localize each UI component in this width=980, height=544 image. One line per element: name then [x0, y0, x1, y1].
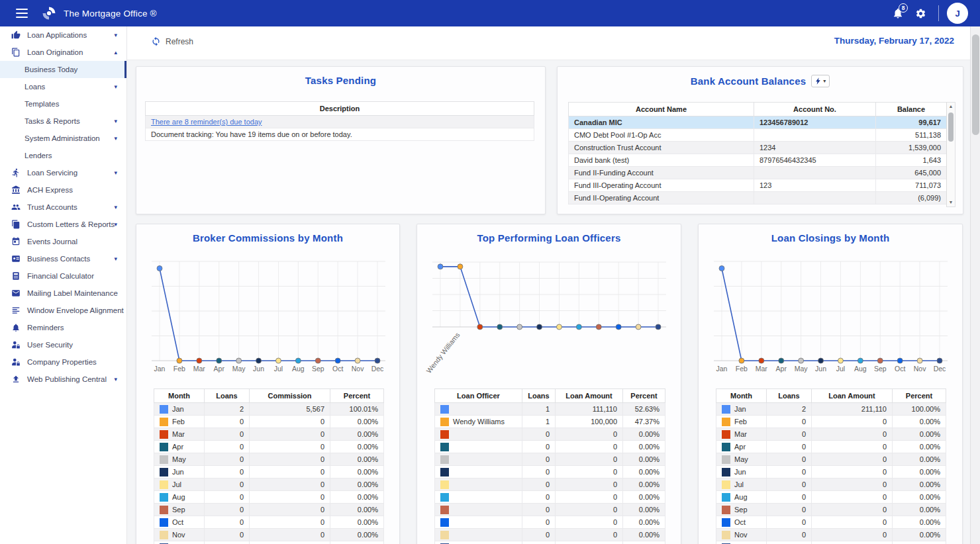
- scroll-down-arrow[interactable]: ▼: [947, 199, 955, 206]
- table-cell: 87976546432345: [754, 154, 876, 167]
- sidebar-item-events-journal[interactable]: Events Journal: [0, 233, 126, 250]
- table-cell: 2: [205, 403, 250, 416]
- user-avatar[interactable]: J: [947, 3, 968, 24]
- bank-account-row[interactable]: David bank (test)879765464323451,643: [569, 154, 947, 167]
- sidebar-item-label: Loan Servicing: [27, 169, 77, 177]
- table-row: Sep000.00%: [716, 504, 946, 516]
- bank-account-row[interactable]: Fund III-Operating Account123711,073: [569, 179, 947, 192]
- sidebar-item-ach-express[interactable]: ACH Express: [0, 181, 126, 199]
- column-header: Percent: [623, 389, 665, 403]
- bank-account-row[interactable]: Canadian MIC12345678901299,617: [569, 116, 947, 129]
- sidebar-item-tasks-reports[interactable]: Tasks & Reports▾: [0, 113, 126, 130]
- sidebar-item-loan-origination[interactable]: Loan Origination▴: [0, 44, 126, 61]
- column-header: Loans: [205, 389, 250, 403]
- sidebar-item-trust-accounts[interactable]: Trust Accounts▾: [0, 199, 126, 216]
- table-cell: 0: [250, 491, 330, 504]
- table-cell: 5,567: [250, 403, 330, 416]
- sidebar-item-web-publishing-central[interactable]: Web Publishing Central▾: [0, 371, 126, 388]
- refresh-button[interactable]: Refresh: [151, 36, 193, 46]
- sidebar-item-user-security[interactable]: User Security: [0, 336, 126, 353]
- sidebar-item-label: Loan Origination: [27, 48, 83, 56]
- sidebar-item-system-administration[interactable]: System Administration▾: [0, 130, 126, 147]
- series-color-swatch: [722, 493, 730, 502]
- scrollbar-thumb[interactable]: [972, 34, 979, 135]
- sidebar-item-label: Window Envelope Alignment: [27, 306, 124, 314]
- thumb-icon: [11, 30, 21, 40]
- table-cell: 0.00%: [893, 541, 946, 544]
- bank-icon: [11, 185, 21, 195]
- table-cell: 111,110: [556, 403, 623, 416]
- table-cell: Dec: [154, 541, 205, 544]
- svg-text:May: May: [232, 365, 246, 373]
- table-cell: 47.37%: [623, 416, 665, 428]
- series-color-swatch: [440, 468, 449, 476]
- table-cell: 0: [767, 428, 812, 441]
- sidebar-item-templates[interactable]: Templates: [0, 95, 126, 113]
- table-cell: [435, 491, 522, 504]
- table-cell: 0.00%: [330, 529, 384, 541]
- table-cell: 0: [556, 478, 623, 491]
- table-row: Nov000.00%: [154, 529, 384, 541]
- sidebar-item-financial-calculator[interactable]: Financial Calculator: [0, 267, 126, 285]
- notification-badge: 8: [899, 3, 908, 13]
- column-header: Account No.: [754, 103, 876, 116]
- sidebar-item-loan-servicing[interactable]: Loan Servicing▾: [0, 164, 126, 181]
- sidebar-item-label: Company Properties: [27, 358, 97, 366]
- table-cell: 0: [250, 541, 330, 544]
- table-cell: 0: [556, 491, 623, 504]
- calendar-icon: [11, 237, 21, 246]
- svg-text:Oct: Oct: [332, 365, 343, 373]
- sidebar-item-window-envelope-alignment[interactable]: Window Envelope Alignment: [0, 302, 126, 319]
- series-color-swatch: [160, 493, 168, 502]
- sidebar-item-custom-letters-reports[interactable]: Custom Letters & Reports▾: [0, 216, 126, 233]
- task-link[interactable]: There are 8 reminder(s) due today: [151, 118, 262, 126]
- sidebar-item-label: Business Today: [24, 66, 77, 73]
- table-row: May000.00%: [154, 453, 384, 466]
- table-row: Jun000.00%: [154, 466, 384, 478]
- table-cell: Fund II-Operating Account: [569, 192, 754, 204]
- sidebar-item-company-properties[interactable]: Company Properties: [0, 353, 126, 371]
- sidebar-item-label: Business Contacts: [27, 255, 90, 263]
- table-cell: 0: [556, 453, 623, 466]
- notifications-button[interactable]: 8: [887, 2, 909, 24]
- scrollbar-thumb[interactable]: [948, 113, 954, 142]
- bank-account-row[interactable]: Fund II-Funding Account645,000: [569, 167, 947, 179]
- table-cell: 0: [767, 453, 812, 466]
- calculator-icon: [11, 271, 21, 281]
- svg-text:Jul: Jul: [836, 365, 845, 373]
- table-cell: [435, 529, 522, 541]
- table-cell: 0: [767, 541, 812, 544]
- scroll-up-arrow[interactable]: ▲: [947, 103, 955, 111]
- sidebar-item-label: System Administration: [24, 134, 100, 142]
- table-cell: 0: [556, 504, 623, 516]
- table-cell: 0: [812, 516, 893, 529]
- sidebar-item-mailing-label-maintenance[interactable]: Mailing Label Maintenance: [0, 285, 126, 302]
- bank-account-row[interactable]: Fund II-Operating Account(6,099): [569, 192, 947, 204]
- table-row: Wendy Williams1100,00047.37%: [435, 416, 665, 428]
- table-cell: 0.00%: [623, 478, 665, 491]
- sidebar-item-reminders[interactable]: Reminders: [0, 319, 126, 336]
- sidebar-item-business-contacts[interactable]: Business Contacts▾: [0, 250, 126, 267]
- hamburger-menu-icon[interactable]: [16, 9, 28, 18]
- svg-text:Mar: Mar: [756, 365, 768, 373]
- sidebar-item-loans[interactable]: Loans▾: [0, 78, 126, 95]
- sidebar-item-business-today[interactable]: Business Today: [0, 61, 126, 78]
- table-cell: 0.00%: [330, 516, 384, 529]
- table-cell: 0: [250, 516, 330, 529]
- table-cell: 0.00%: [893, 516, 946, 529]
- tasks-table: DescriptionThere are 8 reminder(s) due t…: [145, 101, 534, 141]
- sidebar-item-loan-applications[interactable]: Loan Applications▾: [0, 26, 126, 44]
- table-cell: 99,617: [876, 116, 947, 129]
- bank-account-row[interactable]: CMO Debt Pool #1-Op Acc511,138: [569, 129, 947, 142]
- bank-account-row[interactable]: Construction Trust Account12341,539,000: [569, 142, 947, 154]
- tasks-pending-card: Tasks Pending DescriptionThere are 8 rem…: [136, 66, 546, 214]
- contact-card-icon: [11, 254, 21, 263]
- chevron-down-icon: ▾: [114, 204, 117, 210]
- sidebar-item-lenders[interactable]: Lenders: [0, 147, 126, 164]
- settings-button[interactable]: [909, 2, 932, 24]
- column-header: Percent: [893, 389, 946, 403]
- table-cell: 100,000: [556, 416, 623, 428]
- table-cell: 0: [205, 541, 250, 544]
- chevron-down-icon: ▾: [114, 136, 117, 142]
- quick-actions-button[interactable]: ▾: [811, 75, 830, 87]
